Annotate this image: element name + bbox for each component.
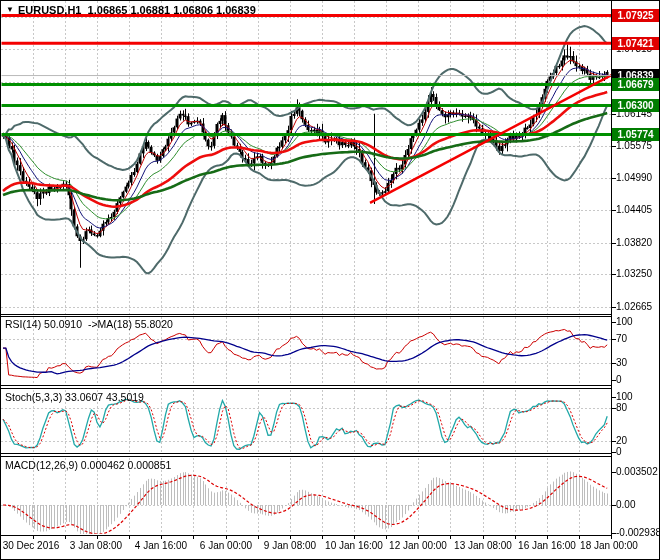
date-tick-label: 3 Jan 08:00 [70,540,122,552]
stoch-title: Stoch(5,3,3) 33.0607 43.5019 [5,391,144,404]
rsi-tick-label: 70 [616,333,660,345]
macd-title: MACD(12,26,9) 0.000462 0.000851 [5,459,171,472]
macd-tick-label: 0.003502 [616,466,660,478]
price-tick-label: 1.02665 [616,301,660,313]
price-tick-label: 1.03250 [616,268,660,280]
date-tick-label: 9 Jan 08:00 [264,540,316,552]
chart-title-text: EURUSD,H1 1.06865 1.06881 1.06806 1.0683… [18,4,256,16]
rsi-tick-label: 0 [616,374,660,386]
price-tick-label: 1.04990 [616,172,660,184]
date-tick-label: 4 Jan 16:00 [135,540,187,552]
date-tick-label: 13 Jan 08:00 [454,540,512,552]
price-tick-label: 1.05575 [616,140,660,152]
rsi-title: RSI(14) 50.0910 ->MA(18) 55.8020 [5,318,173,331]
date-tick-label: 18 Jan 00:00 [580,540,638,552]
date-tick-label: 12 Jan 00:00 [389,540,447,552]
price-badge-resistance: 1.07925 [612,9,659,22]
price-badge-resistance: 1.07421 [612,37,659,50]
rsi-tick-label: 30 [616,357,660,369]
chart-title: ▼EURUSD,H1 1.06865 1.06881 1.06806 1.068… [6,3,256,17]
date-tick-label: 10 Jan 16:00 [325,540,383,552]
date-tick-label: 16 Jan 16:00 [518,540,576,552]
macd-tick-label: 0.00 [616,499,660,511]
stoch-tick-label: 0 [616,446,660,458]
symbol-marker-icon: ▼ [6,5,14,14]
date-tick-label: 30 Dec 2016 [3,540,60,552]
price-badge-support: 1.06300 [612,99,659,112]
price-tick-label: 1.03820 [616,237,660,249]
main-chart-panel[interactable] [0,0,612,314]
price-badge-support: 1.05774 [612,128,659,141]
rsi-tick-label: 100 [616,316,660,328]
date-tick-label: 6 Jan 00:00 [200,540,252,552]
stoch-tick-label: 80 [616,402,660,414]
price-badge-support: 1.06679 [612,78,659,91]
chart-window: ▼EURUSD,H1 1.06865 1.06881 1.06806 1.068… [0,0,660,560]
price-tick-label: 1.04405 [616,204,660,216]
macd-tick-label: -0.002938 [616,527,660,539]
